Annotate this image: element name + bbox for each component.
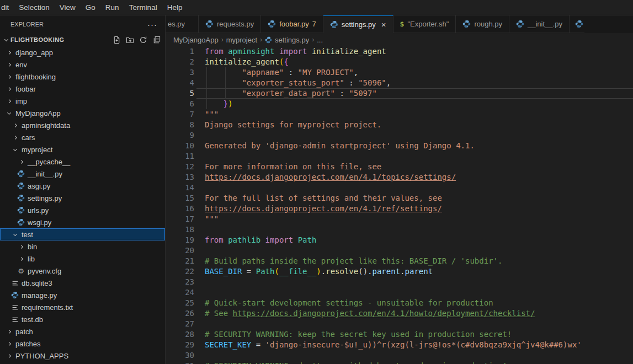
code-line-28[interactable]: 28# SECURITY WARNING: keep the secret ke… <box>166 329 633 340</box>
code-line-text: BASE_DIR = Path(__file__).resolve().pare… <box>194 266 433 277</box>
python-icon <box>268 20 276 28</box>
tab-blank[interactable] <box>570 15 584 33</box>
code-editor[interactable]: 1from apminsight import initialize_agent… <box>166 46 633 364</box>
menu-item-view[interactable]: View <box>55 0 81 15</box>
tree-item-db-sqlite3[interactable]: db.sqlite3 <box>0 277 165 289</box>
tree-item-lib[interactable]: lib <box>0 253 165 265</box>
code-line-1[interactable]: 1from apminsight import initialize_agent <box>166 46 633 57</box>
tree-item-manage-py[interactable]: manage.py <box>0 289 165 301</box>
code-line-text: # SECURITY WARNING: keep the secret key … <box>194 329 512 340</box>
tree-item-urls-py[interactable]: urls.py <box>0 204 165 216</box>
tree-item-patches[interactable]: patches <box>0 338 165 350</box>
line-number: 29 <box>166 340 194 350</box>
menu-item-help[interactable]: Help <box>162 0 188 15</box>
code-line-19[interactable]: 19from pathlib import Path <box>166 235 633 245</box>
tab-requests-py[interactable]: requests.py <box>199 15 261 33</box>
code-line-6[interactable]: 6 }) <box>166 99 633 109</box>
tab-es-py[interactable]: es.py <box>166 15 199 33</box>
menu-item-dit[interactable]: dit <box>0 0 14 15</box>
code-line-9[interactable]: 9 <box>166 130 633 141</box>
code-line-30[interactable]: 30 <box>166 350 633 361</box>
code-line-25[interactable]: 25# Quick-start development settings - u… <box>166 298 633 308</box>
tree-item-bin[interactable]: bin <box>0 240 165 253</box>
tree-item-myproject[interactable]: myproject <box>0 143 165 156</box>
line-number: 24 <box>166 287 194 298</box>
code-line-4[interactable]: 4 "exporter_status_port" : "5096", <box>166 78 633 88</box>
line-number: 16 <box>166 204 194 214</box>
tree-item-requirements-txt[interactable]: requirements.txt <box>0 301 165 313</box>
tree-item-apminsightdata[interactable]: apminsightdata <box>0 119 165 131</box>
explorer-header: EXPLORER ··· <box>0 15 165 33</box>
explorer-more-actions-icon[interactable]: ··· <box>147 20 157 29</box>
code-line-text: from apminsight import initialize_agent <box>194 46 386 57</box>
new-file-icon[interactable] <box>113 36 121 44</box>
code-line-3[interactable]: 3 "appname" : "MY PROJECT", <box>166 67 633 78</box>
tree-item-imp[interactable]: imp <box>0 95 165 107</box>
menu-item-terminal[interactable]: Terminal <box>124 0 162 15</box>
code-line-8[interactable]: 8Django settings for myproject project. <box>166 120 633 130</box>
code-line-text: initialize_agent({ <box>194 57 289 67</box>
tree-item-pycache[interactable]: __pycache__ <box>0 156 165 168</box>
tree-item-test[interactable]: test <box>0 228 165 240</box>
new-folder-icon[interactable] <box>126 36 134 44</box>
line-number: 23 <box>166 277 194 287</box>
tree-item-pyvenv-cfg[interactable]: ⚙pyvenv.cfg <box>0 265 165 277</box>
code-line-24[interactable]: 24 <box>166 287 633 298</box>
tree-item-settings-py[interactable]: settings.py <box>0 192 165 204</box>
line-number: 18 <box>166 224 194 235</box>
code-line-17[interactable]: 17""" <box>166 214 633 224</box>
code-line-22[interactable]: 22BASE_DIR = Path(__file__).resolve().pa… <box>166 266 633 277</box>
code-line-26[interactable]: 26# See https://docs.djangoproject.com/e… <box>166 308 633 319</box>
breadcrumb-item-item[interactable]: ... <box>317 36 323 44</box>
code-line-text: # SECURITY WARNING: don't run with debug… <box>194 361 507 364</box>
tree-item-flightbooking[interactable]: flightbooking <box>0 71 165 83</box>
tree-item-cars[interactable]: cars <box>0 131 165 143</box>
code-line-14[interactable]: 14 <box>166 183 633 193</box>
code-line-12[interactable]: 12For more information on this file, see <box>166 162 633 172</box>
breadcrumb-item-mydjangoapp[interactable]: MyDjangoApp <box>173 36 219 44</box>
code-line-2[interactable]: 2initialize_agent({ <box>166 57 633 67</box>
tab-exporter-sh[interactable]: $"Exporter.sh" <box>393 15 456 33</box>
tree-item-patch[interactable]: patch <box>0 325 165 338</box>
tab-foobar-py[interactable]: foobar.py7 <box>261 15 323 33</box>
tab-init-py[interactable]: __init__.py <box>509 15 570 33</box>
line-number: 15 <box>166 193 194 204</box>
code-line-23[interactable]: 23 <box>166 277 633 287</box>
code-line-16[interactable]: 16https://docs.djangoproject.com/en/4.1/… <box>166 204 633 214</box>
tree-item-python-apps[interactable]: PYTHON_APPS <box>0 350 165 362</box>
tree-item-mydjangoapp[interactable]: MyDjangoApp <box>0 107 165 119</box>
tree-item-wsgi-py[interactable]: wsgi.py <box>0 216 165 228</box>
code-line-5[interactable]: 5 "exporter_data_port" : "5097" <box>166 88 633 99</box>
tab-settings-py[interactable]: settings.py× <box>323 15 393 33</box>
refresh-icon[interactable] <box>139 36 147 44</box>
code-line-11[interactable]: 11 <box>166 151 633 162</box>
code-line-27[interactable]: 27 <box>166 319 633 329</box>
tree-item-asgi-py[interactable]: asgi.py <box>0 180 165 192</box>
tree-item-test-db[interactable]: test.db <box>0 313 165 325</box>
breadcrumb-item-settings-py[interactable]: settings.py <box>265 36 309 44</box>
tree-item-foobar[interactable]: foobar <box>0 83 165 95</box>
code-line-10[interactable]: 10Generated by 'django-admin startprojec… <box>166 141 633 151</box>
tab-rough-py[interactable]: rough.py <box>456 15 509 33</box>
tab-label: es.py <box>168 20 185 28</box>
explorer-section-header[interactable]: FLIGHTBOOKING <box>0 33 165 46</box>
menu-item-run[interactable]: Run <box>100 0 124 15</box>
code-line-15[interactable]: 15For the full list of settings and thei… <box>166 193 633 204</box>
tree-item-init-py[interactable]: __init__.py <box>0 168 165 180</box>
collapse-all-icon[interactable] <box>152 36 161 44</box>
menu-item-selection[interactable]: Selection <box>14 0 55 15</box>
code-line-13[interactable]: 13https://docs.djangoproject.com/en/4.1/… <box>166 172 633 183</box>
code-line-29[interactable]: 29SECRET_KEY = 'django-insecure-$u!_u))^… <box>166 340 633 350</box>
tree-item-django-app[interactable]: django_app <box>0 46 165 58</box>
tree-item-env[interactable]: env <box>0 58 165 71</box>
code-line-7[interactable]: 7""" <box>166 109 633 120</box>
menu-item-go[interactable]: Go <box>81 0 100 15</box>
code-line-text <box>194 277 205 287</box>
code-line-text: }) <box>194 99 233 109</box>
close-icon[interactable]: × <box>381 20 386 29</box>
code-line-18[interactable]: 18 <box>166 224 633 235</box>
code-line-31[interactable]: 31# SECURITY WARNING: don't run with deb… <box>166 361 633 364</box>
code-line-21[interactable]: 21# Build paths inside the project like … <box>166 256 633 266</box>
breadcrumb-item-myproject[interactable]: myproject <box>226 36 257 44</box>
code-line-20[interactable]: 20 <box>166 245 633 256</box>
